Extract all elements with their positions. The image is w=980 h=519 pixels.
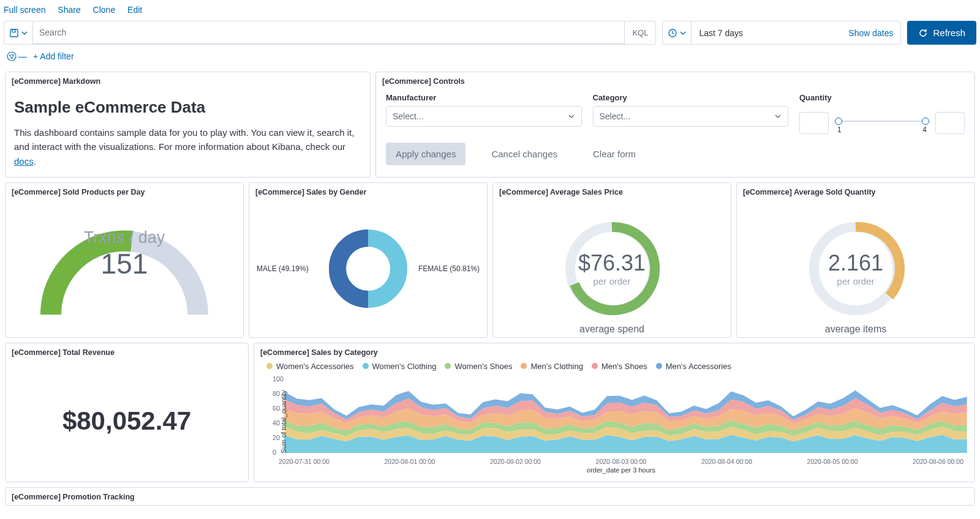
male-label: MALE (49.19%) [257, 264, 309, 273]
filter-bar: — + Add filter [0, 51, 980, 69]
stacked-area-chart: 020406080100 [273, 373, 970, 458]
chart-legend: Women's AccessoriesWomen's ClothingWomen… [254, 360, 974, 371]
range-thumb-min[interactable] [835, 118, 842, 125]
panel-title: [eCommerce] Controls [376, 72, 974, 89]
control-label: Manufacturer [386, 93, 582, 102]
panel-title: [eCommerce] Average Sold Quantity [737, 183, 974, 200]
kql-toggle[interactable]: KQL [624, 21, 655, 44]
docs-link[interactable]: docs [14, 156, 34, 166]
avg-qty-sub: per order [828, 276, 883, 286]
clone-link[interactable]: Clone [93, 5, 116, 15]
category-select[interactable]: Select... [593, 106, 789, 127]
search-input[interactable] [33, 21, 624, 44]
svg-rect-0 [10, 29, 18, 37]
legend-item[interactable]: Women's Accessories [266, 362, 354, 371]
panel-sold-per-day: [eCommerce] Sold Products per Day Trxns … [5, 182, 244, 338]
disk-icon [9, 28, 19, 38]
manufacturer-select[interactable]: Select... [386, 106, 582, 127]
panel-title: [eCommerce] Promotion Tracking [6, 488, 974, 505]
funnel-icon [6, 51, 17, 62]
clear-form-button[interactable]: Clear form [583, 143, 646, 165]
panel-controls: [eCommerce] Controls Manufacturer Select… [375, 72, 975, 177]
range-min-label: 1 [837, 125, 842, 134]
search-segment: KQL [4, 21, 656, 45]
x-axis-ticks: 2020-07-31 00:002020-08-01 00:002020-08-… [273, 458, 970, 465]
control-manufacturer: Manufacturer Select... [386, 93, 582, 134]
date-picker-segment: Last 7 days Show dates [662, 21, 901, 45]
panel-title: [eCommerce] Sales by Gender [249, 183, 487, 200]
panel-promotion-tracking: [eCommerce] Promotion Tracking [5, 487, 975, 506]
date-quick-menu[interactable] [663, 21, 692, 44]
panel-sales-by-category: [eCommerce] Sales by Category Women's Ac… [254, 343, 975, 482]
dashboard-grid: [eCommerce] Markdown Sample eCommerce Da… [0, 69, 980, 514]
control-label: Category [593, 93, 789, 102]
chevron-down-icon [680, 30, 686, 36]
legend-item[interactable]: Men's Shoes [592, 362, 647, 371]
range-max-label: 4 [922, 125, 927, 134]
control-quantity: Quantity 1 4 [799, 93, 965, 134]
svg-text:40: 40 [273, 420, 280, 427]
legend-item[interactable]: Women's Clothing [363, 362, 437, 371]
avg-qty-value: 2.161 [828, 250, 883, 276]
panel-sales-by-gender: [eCommerce] Sales by Gender MALE (49.19%… [249, 182, 488, 338]
panel-title: [eCommerce] Sold Products per Day [6, 183, 243, 200]
female-label: FEMALE (50.81%) [418, 264, 480, 273]
edit-link[interactable]: Edit [127, 5, 142, 15]
share-link[interactable]: Share [58, 5, 80, 15]
refresh-button[interactable]: Refresh [907, 21, 976, 45]
avg-price-sub: per order [578, 276, 646, 286]
panel-avg-sold-qty: [eCommerce] Average Sold Quantity 2.161 … [736, 182, 975, 338]
panel-markdown: [eCommerce] Markdown Sample eCommerce Da… [5, 72, 371, 177]
quantity-max-input[interactable] [935, 112, 965, 134]
add-filter-button[interactable]: + Add filter [33, 51, 74, 61]
clock-icon [668, 28, 677, 38]
chevron-down-icon [568, 113, 575, 120]
query-bar: KQL Last 7 days Show dates Refresh [0, 18, 980, 51]
chevron-down-icon [21, 30, 28, 36]
panel-title: [eCommerce] Markdown [6, 72, 370, 89]
fullscreen-link[interactable]: Full screen [4, 5, 45, 15]
quantity-min-input[interactable] [799, 112, 829, 134]
panel-avg-sales-price: [eCommerce] Average Sales Price $76.31 p… [492, 182, 731, 338]
panel-title: [eCommerce] Sales by Category [254, 343, 974, 360]
show-dates-link[interactable]: Show dates [841, 21, 900, 44]
legend-item[interactable]: Men's Accessories [656, 362, 731, 371]
control-category: Category Select... [593, 93, 789, 134]
panel-total-revenue: [eCommerce] Total Revenue $80,052.47 [5, 343, 249, 482]
svg-text:20: 20 [273, 435, 280, 441]
range-thumb-max[interactable] [922, 118, 929, 125]
panel-title: [eCommerce] Average Sales Price [493, 183, 731, 200]
refresh-label: Refresh [933, 28, 965, 38]
gauge-label: Trxns / day [84, 228, 165, 247]
svg-text:100: 100 [273, 376, 284, 383]
legend-item[interactable]: Men's Clothing [521, 362, 583, 371]
legend-item[interactable]: Women's Shoes [445, 362, 512, 371]
markdown-heading: Sample eCommerce Data [14, 98, 361, 117]
quantity-range-slider[interactable] [839, 121, 925, 122]
filter-menu-icon[interactable]: — [6, 51, 27, 62]
avg-price-caption: average spend [579, 324, 644, 335]
control-label: Quantity [799, 93, 832, 102]
apply-changes-button[interactable]: Apply changes [386, 143, 466, 165]
avg-qty-caption: average items [825, 324, 887, 335]
revenue-value: $80,052.47 [62, 406, 191, 436]
chevron-down-icon [774, 113, 782, 120]
date-range-value[interactable]: Last 7 days [692, 21, 841, 44]
saved-query-menu[interactable] [4, 21, 33, 44]
refresh-icon [918, 28, 928, 38]
dashboard-top-links: Full screen Share Clone Edit [0, 0, 980, 18]
svg-text:80: 80 [273, 390, 280, 397]
y-axis-label: Sum of total_quantity [280, 390, 287, 453]
x-axis-label: order_date per 3 hours [273, 465, 970, 476]
gauge-value: 151 [84, 247, 165, 280]
panel-title: [eCommerce] Total Revenue [6, 343, 248, 360]
svg-text:60: 60 [273, 405, 280, 412]
svg-rect-1 [12, 29, 15, 32]
avg-price-value: $76.31 [578, 250, 646, 276]
cancel-changes-button[interactable]: Cancel changes [481, 143, 567, 165]
svg-text:0: 0 [273, 449, 276, 456]
markdown-body: This dashboard contains sample data for … [14, 125, 361, 168]
svg-point-3 [7, 52, 16, 61]
